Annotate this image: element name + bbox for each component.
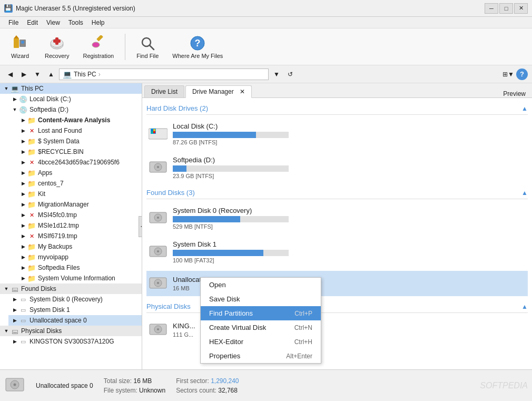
- ctx-open[interactable]: Open: [201, 278, 321, 292]
- tree-item-backups[interactable]: ▶ 📁 My Backups: [17, 241, 142, 252]
- tab-drive-list-label: Drive List: [151, 88, 178, 95]
- tree-item-recycle[interactable]: ▶ 📁 $RECYCLE.BIN: [17, 146, 142, 157]
- expand-arrow-sysdisk0[interactable]: ▶: [11, 295, 19, 304]
- expand-arrow-sysdisk1[interactable]: ▶: [11, 306, 19, 314]
- ctx-create-virtual[interactable]: Create Virtual Disk Ctrl+N: [201, 320, 321, 335]
- expand-arrow-centos[interactable]: ▶: [19, 179, 27, 188]
- view-options-button[interactable]: ⊞▼: [503, 69, 514, 80]
- tab-drive-manager[interactable]: Drive Manager ✕: [185, 85, 252, 98]
- tree-item-sysdisk0[interactable]: ▶ ▭ System Disk 0 (Recovery): [8, 294, 142, 305]
- menu-view[interactable]: View: [42, 18, 64, 27]
- tree-item-found-disks[interactable]: ▼ 🖴 Found Disks: [0, 283, 142, 294]
- expand-arrow-recycle[interactable]: ▶: [19, 148, 27, 156]
- physical-disks-collapse-icon[interactable]: ▲: [521, 303, 528, 310]
- maximize-button[interactable]: □: [499, 3, 513, 14]
- tree-item-voip[interactable]: ▶ 📁 myvoipapp: [17, 252, 142, 262]
- address-dropdown-button[interactable]: ▼: [271, 69, 282, 80]
- tree-item-system-data[interactable]: ▶ 📁 $ System Data: [17, 136, 142, 146]
- expand-arrow-lost[interactable]: ▶: [19, 126, 27, 135]
- disk-item-sys1[interactable]: System Disk 1 100 MB [FAT32]: [146, 237, 528, 267]
- tree-item-physical-disks[interactable]: ▼ 🖴 Physical Disks: [0, 326, 142, 336]
- tree-item-kingston[interactable]: ▶ ▭ KINGSTON SV300S37A120G: [8, 336, 142, 347]
- refresh-button[interactable]: ↺: [284, 69, 296, 80]
- tree-item-softpedia-d[interactable]: ▼ 💿 Softpedia (D:): [8, 104, 142, 115]
- expand-arrow-spfiles[interactable]: ▶: [19, 263, 27, 272]
- wizard-button[interactable]: Wizard: [4, 32, 36, 62]
- disk-item-local-c[interactable]: Local Disk (C:) 87.26 GB [NTFS]: [146, 119, 528, 149]
- forward-button[interactable]: ▶: [18, 69, 29, 80]
- tree-item-msi3[interactable]: ▶ ✕ MSIf6719.tmp: [17, 231, 142, 241]
- menu-tools[interactable]: Tools: [64, 18, 87, 27]
- tab-close-button[interactable]: ✕: [240, 88, 245, 95]
- tree-label-msi1: MSI45fc0.tmp: [38, 211, 77, 219]
- expand-arrow-msi2[interactable]: ▶: [19, 221, 27, 230]
- ctx-hex-editor[interactable]: HEX-Editor Ctrl+H: [201, 335, 321, 349]
- tree-item-msi1[interactable]: ▶ ✕ MSI45fc0.tmp: [17, 210, 142, 220]
- found-disks-section-header[interactable]: Found Disks (3) ▲: [146, 187, 528, 199]
- expand-arrow-unalloc0[interactable]: ▶: [11, 316, 19, 325]
- expand-arrow-physical[interactable]: ▼: [2, 327, 11, 335]
- hard-disk-section-header[interactable]: Hard Disk Drives (2) ▲: [146, 102, 528, 115]
- close-button[interactable]: ✕: [514, 3, 528, 14]
- expand-arrow-backups[interactable]: ▶: [19, 242, 27, 251]
- expand-arrow-hash[interactable]: ▶: [19, 158, 27, 167]
- expand-arrow[interactable]: ▼: [2, 84, 11, 93]
- ctx-save-disk[interactable]: Save Disk: [201, 292, 321, 306]
- expand-arrow-sysdata[interactable]: ▶: [19, 137, 27, 145]
- tree-item-sysdisk1[interactable]: ▶ ▭ System Disk 1: [8, 305, 142, 315]
- back-button[interactable]: ◀: [4, 69, 16, 80]
- menu-edit[interactable]: Edit: [23, 18, 42, 27]
- tree-item-msi2[interactable]: ▶ 📁 MSIe1d12.tmp: [17, 220, 142, 231]
- hard-disk-collapse-icon[interactable]: ▲: [521, 105, 528, 112]
- expand-arrow-msi3[interactable]: ▶: [19, 232, 27, 240]
- tree-item-softpedia-files[interactable]: ▶ 📁 Softpedia Files: [17, 262, 142, 273]
- expand-arrow-kit[interactable]: ▶: [19, 190, 27, 198]
- expand-arrow-apps[interactable]: ▶: [19, 169, 27, 177]
- expand-arrow-voip[interactable]: ▶: [19, 253, 27, 261]
- help-button[interactable]: ?: [516, 69, 528, 80]
- expand-arrow-msi1[interactable]: ▶: [19, 211, 27, 219]
- ctx-properties[interactable]: Properties Alt+Enter: [201, 349, 321, 363]
- tab-drive-list[interactable]: Drive List: [144, 85, 184, 97]
- expand-arrow-sysvolinfo[interactable]: ▶: [19, 274, 27, 282]
- svg-point-37: [14, 383, 16, 386]
- disk-item-sys0[interactable]: System Disk 0 (Recovery) 529 MB [NTFS]: [146, 203, 528, 233]
- tree-item-local-disk-c[interactable]: ▶ 💿 Local Disk (C:): [8, 94, 142, 104]
- ctx-find-partitions[interactable]: Find Partitions Ctrl+P: [201, 306, 321, 320]
- expand-arrow-found[interactable]: ▼: [2, 285, 11, 293]
- tree-item-thispc[interactable]: ▼ 💻 This PC: [0, 83, 142, 94]
- expand-arrow-kingston[interactable]: ▶: [11, 337, 19, 346]
- tree-item-migration[interactable]: ▶ 📁 MigrationManager: [17, 199, 142, 210]
- tree-item-unalloc0[interactable]: ▶ ▭ Unallocated space 0: [8, 315, 142, 326]
- expand-arrow-softpedia[interactable]: ▼: [11, 105, 19, 114]
- error-icon-msi1: ✕: [27, 211, 36, 219]
- tree-item-content-aware[interactable]: ▶ 📁 Content-Aware Analysis: [17, 115, 142, 125]
- menu-file[interactable]: File: [4, 18, 23, 27]
- tree-item-apps[interactable]: ▶ 📁 Apps: [17, 168, 142, 178]
- dropdown-nav-button[interactable]: ▼: [32, 69, 43, 80]
- where-are-button[interactable]: ? Where Are My Files: [168, 32, 228, 62]
- address-input[interactable]: 💻 This PC ›: [59, 69, 269, 80]
- collapse-panel-button[interactable]: ◀: [139, 216, 142, 237]
- recovery-icon: [48, 35, 65, 52]
- expand-arrow-migration[interactable]: ▶: [19, 200, 27, 209]
- tree-item-kit[interactable]: ▶ 📁 Kit: [17, 189, 142, 199]
- expand-arrow-content[interactable]: ▶: [19, 116, 27, 124]
- tree-item-sysvolinfo[interactable]: ▶ 📁 System Volume Information: [17, 273, 142, 283]
- tree-item-lost-found[interactable]: ▶ ✕ Lost and Found: [17, 125, 142, 136]
- status-bar: Unallocated space 0 Total size: 16 MB Fi…: [0, 369, 532, 401]
- found-disks-collapse-icon[interactable]: ▲: [521, 189, 528, 197]
- expand-arrow[interactable]: ▶: [11, 95, 19, 103]
- registration-button[interactable]: Registration: [78, 32, 119, 62]
- up-button[interactable]: ▲: [45, 69, 57, 80]
- disk-item-softpedia-d[interactable]: Softpedia (D:) 23.9 GB [NTFS]: [146, 153, 528, 182]
- menu-help[interactable]: Help: [87, 18, 109, 27]
- tree-item-hash[interactable]: ▶ ✕ 4bcce2643d659ac7190695f6: [17, 157, 142, 168]
- minimize-button[interactable]: ─: [485, 3, 498, 14]
- recovery-button[interactable]: Recovery: [40, 32, 74, 62]
- status-first-sector-value[interactable]: 1,290,240: [211, 377, 239, 385]
- svg-rect-9: [96, 35, 103, 41]
- tree-item-centos[interactable]: ▶ 📁 centos_7: [17, 178, 142, 189]
- find-file-button[interactable]: Find File: [132, 32, 163, 62]
- ctx-create-virtual-label: Create Virtual Disk: [209, 324, 266, 331]
